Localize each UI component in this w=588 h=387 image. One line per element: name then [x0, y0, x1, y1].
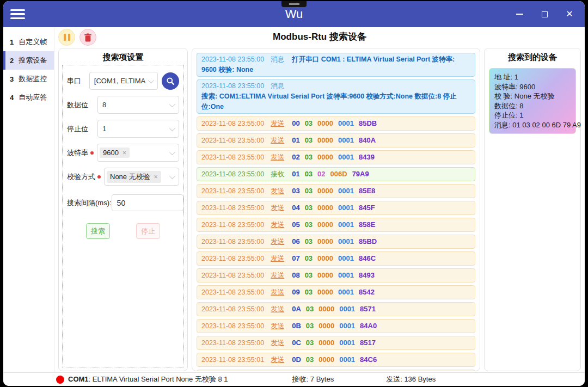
log-hex-byte: 0000 — [317, 153, 333, 161]
log-hex-byte: 03 — [305, 187, 313, 195]
log-hex-byte: 0001 — [338, 254, 354, 262]
log-hex-byte: 0000 — [318, 322, 334, 330]
clear-log-button[interactable] — [79, 29, 96, 46]
log-hex-byte: 0000 — [317, 254, 333, 262]
log-type: 消息 — [271, 82, 284, 90]
log-hex-byte: 79A9 — [352, 170, 369, 178]
interval-input[interactable] — [112, 194, 183, 211]
sidebar-item-2[interactable]: 2搜索设备 — [3, 51, 54, 70]
log-message-text: 搜索: COM1:ELTIMA Virtual Serial Port 波特率:… — [201, 91, 470, 112]
log-hex-byte: 03 — [306, 322, 314, 330]
baudrate-row: 波特率 9600 × — [67, 144, 179, 162]
log-hex-byte: 0000 — [317, 119, 333, 127]
log-type: 发送 — [271, 339, 284, 347]
log-entry: 2023-11-08 23:55:00发送040300000001845F — [197, 201, 475, 215]
databits-value: 8 — [102, 101, 106, 109]
log-hex-byte: 0000 — [318, 305, 334, 313]
stopbits-select[interactable]: 1 — [97, 120, 179, 138]
chevron-down-icon — [169, 101, 175, 107]
log-type: 发送 — [271, 272, 284, 279]
log-entry: 2023-11-08 23:55:00发送0B030000000184A0 — [197, 319, 475, 333]
close-button[interactable]: ✕ — [561, 5, 578, 23]
remove-chip-icon[interactable]: × — [154, 173, 158, 181]
log-hex-byte: 03 — [305, 254, 313, 262]
log-entry: 2023-11-08 23:55:00发送03030000000185E8 — [197, 184, 475, 198]
log-hex-byte: 03 — [305, 153, 313, 161]
log-hex-byte: 03 — [306, 355, 314, 364]
log-entry: 2023-11-08 23:55:00发送070300000001846C — [197, 251, 475, 266]
log-hex-byte: 0001 — [338, 136, 354, 144]
log-hex-byte: 8542 — [359, 288, 375, 296]
log-entry: 2023-11-08 23:55:00发送010300000001840A — [197, 133, 475, 148]
databits-select[interactable]: 8 — [97, 96, 179, 114]
pause-button[interactable] — [58, 29, 75, 46]
log-type: 发送 — [271, 153, 284, 161]
serial-port-value: [COM1, ELTIMA Virtu — [94, 77, 145, 85]
log-hex-byte: 0000 — [318, 355, 334, 364]
serial-port-row: 串口 [COM1, ELTIMA Virtu — [67, 72, 179, 90]
log-timestamp: 2023-11-08 23:55:01 — [201, 356, 264, 364]
device-card[interactable]: 地 址: 1 波特率: 9600 校 验: None 无校验 数据位: 8 停止… — [489, 68, 576, 134]
device-stopbits: 停止位: 1 — [494, 110, 571, 120]
port-status-text: COM1: ELTIMA Virtual Serial Port None 无校… — [68, 374, 228, 384]
parity-select[interactable]: None 无校验 × — [104, 168, 179, 186]
log-hex-byte: 0000 — [317, 237, 333, 245]
required-dot-icon — [97, 175, 101, 179]
log-panel: 2023-11-08 23:55:00消息打开串口 COM1 : ELTIMA … — [192, 48, 480, 371]
log-hex-byte: 0000 — [317, 204, 333, 212]
chevron-down-icon — [169, 125, 175, 131]
log-hex-byte: 0000 — [317, 136, 333, 144]
log-hex-byte: 03 — [305, 288, 313, 296]
databits-label: 数据位 — [67, 100, 97, 110]
sidebar-item-label: 自动应答 — [19, 93, 47, 102]
stop-button[interactable]: 停止 — [136, 223, 160, 239]
sidebar-item-number: 2 — [10, 57, 14, 65]
baudrate-chip-value: 9600 — [103, 149, 119, 157]
sent-bytes: 发送: 136 Bytes — [386, 374, 436, 384]
minimize-button[interactable] — [511, 5, 528, 23]
device-message: 消息: 01 03 02 00 6D 79 A9 — [494, 120, 571, 130]
log-timestamp: 2023-11-08 23:55:00 — [201, 238, 264, 245]
maximize-button[interactable] — [536, 5, 553, 23]
log-type: 发送 — [271, 221, 284, 229]
log-timestamp: 2023-11-08 23:55:00 — [201, 221, 264, 229]
content-area: Modbus-Rtu 搜索设备 搜索项设置 串口 [COM1, ELTIMA V… — [54, 27, 585, 372]
received-bytes: 接收: 7 Bytes — [292, 374, 334, 384]
baudrate-select[interactable]: 9600 × — [97, 144, 179, 162]
settings-actions: 搜索 停止 — [67, 223, 179, 239]
log-hex-byte: 8571 — [360, 305, 376, 313]
log-entry: 2023-11-08 23:55:00发送0803000000018493 — [197, 268, 475, 282]
log-type: 发送 — [271, 204, 284, 212]
log-hex-byte: 0A — [292, 305, 301, 313]
maximize-icon — [542, 11, 548, 17]
sidebar-item-1[interactable]: 1自定义帧 — [3, 33, 54, 51]
log-hex-byte: 84A0 — [360, 322, 377, 330]
log-hex-byte: 0000 — [317, 271, 333, 279]
search-button[interactable]: 搜索 — [86, 223, 110, 239]
log-timestamp: 2023-11-08 23:55:00 — [201, 322, 264, 330]
log-hex-byte: 858E — [359, 220, 375, 229]
log-hex-byte: 85E8 — [359, 187, 375, 195]
log-hex-byte: 01 — [292, 136, 299, 144]
remove-chip-icon[interactable]: × — [122, 149, 126, 157]
log-hex-byte: 8493 — [359, 271, 375, 279]
sidebar-item-3[interactable]: 3数据监控 — [3, 70, 54, 88]
log-timestamp: 2023-11-08 23:55:00 — [201, 187, 264, 195]
search-icon — [166, 77, 175, 85]
log-entry: 2023-11-08 23:55:00接收010302006D79A9 — [197, 167, 475, 181]
log-entry: 2023-11-08 23:55:00发送050300000001858E — [197, 218, 475, 232]
log-hex-byte: 02 — [292, 153, 299, 161]
sidebar-item-label: 搜索设备 — [19, 56, 47, 65]
sidebar-item-4[interactable]: 4自动应答 — [3, 88, 54, 107]
chevron-down-icon — [169, 173, 175, 179]
window-drag-handle[interactable] — [281, 1, 307, 7]
devices-title: 搜索到的设备 — [485, 48, 580, 65]
log-hex-byte: 07 — [292, 254, 299, 262]
log-hex-byte: 006D — [330, 170, 347, 178]
log-hex-byte: 840A — [359, 136, 376, 144]
log-type: 发送 — [271, 120, 284, 127]
refresh-ports-button[interactable] — [162, 72, 179, 90]
device-databits: 数据位: 8 — [494, 101, 571, 111]
serial-port-select[interactable]: [COM1, ELTIMA Virtu — [89, 72, 158, 90]
log-timestamp: 2023-11-08 23:55:00 — [201, 82, 264, 90]
